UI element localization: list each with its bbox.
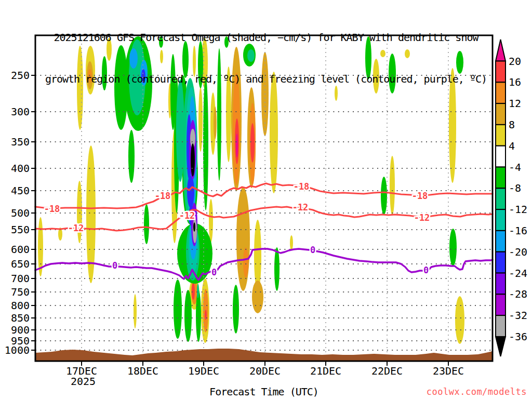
- contour-label: -12: [68, 223, 84, 233]
- contour-label: 0: [112, 260, 117, 271]
- omega-blob: [134, 294, 137, 328]
- contour-label: -18: [412, 191, 428, 201]
- omega-blob: [187, 176, 194, 208]
- x-tick-label: 19DEC: [188, 365, 219, 377]
- colorbar-label: 8: [509, 118, 515, 131]
- y-tick-label: 450: [11, 184, 30, 197]
- omega-blob: [196, 290, 201, 342]
- contour-label: 0: [423, 265, 429, 275]
- colorbar-label: -36: [509, 330, 527, 343]
- omega-blob: [243, 247, 248, 277]
- contour-label: 0: [211, 267, 217, 277]
- contour-label: 0: [310, 245, 315, 255]
- chart-page: 2025121606 GFS Forecast Omega (shaded, −…: [0, 0, 532, 399]
- x-tick-label: 20DEC: [249, 365, 281, 377]
- colorbar-box: [496, 231, 506, 252]
- y-tick-label: 500: [11, 207, 30, 219]
- contour-label: -18: [44, 204, 60, 214]
- omega-blob: [191, 143, 195, 177]
- x-tick-label: 22DEC: [371, 365, 403, 377]
- contour-label: -18: [155, 191, 171, 201]
- y-tick-label: 400: [11, 162, 30, 175]
- colorbar-label: -8: [509, 182, 521, 194]
- omega-blob: [381, 177, 387, 215]
- contour-label: -12: [292, 202, 309, 212]
- colorbar-box: [496, 315, 506, 337]
- omega-blob: [236, 187, 250, 291]
- y-tick-label: 350: [11, 136, 30, 148]
- chart-title-line2: growth region (contoured, red, ºC) and f…: [0, 72, 532, 86]
- colorbar-box: [496, 294, 506, 315]
- omega-blob: [390, 156, 395, 215]
- omega-blob: [197, 284, 199, 298]
- colorbar-label: -32: [509, 309, 527, 322]
- omega-blob: [290, 235, 293, 250]
- omega-blob: [236, 134, 238, 157]
- contour-dendritic-minus-12: -12-12-12-12: [35, 202, 493, 233]
- omega-blob: [252, 281, 263, 313]
- omega-blob: [455, 296, 464, 344]
- y-tick-label: 600: [11, 243, 30, 256]
- x-tick-label: 18DEC: [127, 365, 158, 377]
- watermark-url: coolwx.com/modelts: [427, 387, 527, 397]
- contour-label: -12: [414, 212, 430, 223]
- y-tick-label: 850: [11, 312, 30, 324]
- chart-title-line1: 2025121606 GFS Forecast Omega (shaded, −…: [0, 31, 532, 45]
- y-tick-label: 550: [11, 223, 30, 236]
- omega-blob: [128, 130, 135, 183]
- colorbar-box: [496, 125, 506, 146]
- colorbar-bottom-triangle: [496, 337, 506, 356]
- colorbar-box: [496, 252, 506, 273]
- omega-blob: [192, 283, 195, 300]
- colorbar-box: [496, 167, 506, 189]
- omega-blob: [274, 247, 280, 291]
- contour-freezing-level-0: 0000: [35, 245, 493, 280]
- y-tick-label: 750: [11, 286, 30, 298]
- colorbar-box: [496, 273, 506, 295]
- omega-blob: [144, 204, 149, 244]
- x-tick-label: 21DEC: [310, 365, 341, 377]
- omega-blob: [250, 123, 255, 163]
- x-axis: 17DEC18DEC19DEC20DEC21DEC22DEC23DEC2025: [66, 361, 464, 388]
- y-tick-label: 1000: [5, 344, 30, 356]
- colorbar-label: -24: [509, 267, 527, 280]
- omega-blob: [209, 199, 213, 242]
- y-tick-label: 800: [11, 299, 30, 312]
- omega-blob: [184, 290, 192, 342]
- omega-blob: [193, 222, 195, 232]
- colorbar-label: 4: [509, 140, 515, 152]
- omega-blob: [254, 220, 261, 291]
- x-axis-title: Forecast Time (UTC): [35, 385, 493, 398]
- contour-dendritic-minus-18: -18-18-18-18: [35, 181, 493, 214]
- colorbar-box: [496, 188, 506, 209]
- contour-label: -12: [179, 210, 195, 221]
- y-tick-label: 700: [11, 272, 30, 285]
- colorbar-box: [496, 146, 506, 167]
- colorbar-label: -20: [509, 246, 527, 258]
- colorbar-label: -16: [509, 224, 527, 237]
- x-tick-label: 23DEC: [433, 365, 464, 377]
- contour-label: -18: [294, 181, 310, 192]
- colorbar-label: -28: [509, 288, 527, 300]
- colorbar-box: [496, 209, 506, 231]
- colorbar-label: -12: [509, 203, 527, 216]
- chart-title: 2025121606 GFS Forecast Omega (shaded, −…: [0, 3, 532, 114]
- y-tick-label: 650: [11, 258, 30, 270]
- omega-blob: [449, 229, 457, 266]
- colorbar-label: -4: [509, 161, 521, 174]
